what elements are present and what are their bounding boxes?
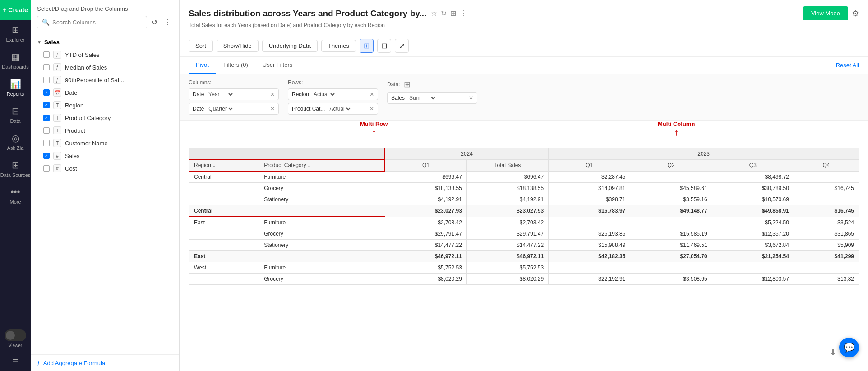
more-options-icon[interactable]: ⋮ [162, 16, 173, 28]
sort-button[interactable]: Sort [189, 40, 213, 52]
multi-column-arrow-icon: ↑ [674, 127, 679, 138]
view-mode-button[interactable]: View Mode [803, 6, 848, 20]
rows-tag-region[interactable]: Region Actual ✕ [288, 88, 378, 100]
list-item[interactable]: T Customer Name [31, 137, 179, 149]
data-cell: $12,803.57 [712, 274, 794, 285]
sidebar-collapse-button[interactable]: ☰ [12, 352, 18, 367]
add-formula-button[interactable]: ƒ Add Aggregate Formula [31, 354, 179, 371]
tab-pivot[interactable]: Pivot [189, 57, 216, 74]
product-cat-select[interactable]: Actual [328, 105, 352, 112]
cost-checkbox[interactable] [43, 165, 50, 172]
data-cell: $3,559.16 [630, 194, 712, 205]
underlying-data-button[interactable]: Underlying Data [262, 40, 318, 52]
ytd-sales-checkbox[interactable] [43, 51, 50, 58]
list-item[interactable]: # Cost [31, 162, 179, 175]
sidebar-item-reports[interactable]: 📊 Reports [0, 74, 31, 101]
data-cell: $2,287.45 [549, 171, 630, 183]
reset-all-button[interactable]: Reset All [836, 62, 859, 69]
product-checkbox[interactable] [43, 127, 50, 134]
data-cell [189, 228, 259, 240]
date-year-select[interactable]: Year Month Quarter [207, 91, 234, 98]
columns-tag-date-quarter-close[interactable]: ✕ [270, 106, 275, 112]
sidebar-item-ask-zia[interactable]: ◎ Ask Zia [0, 128, 31, 155]
group-chevron-icon: ▼ [37, 40, 42, 45]
rows-tag-product-cat[interactable]: Product Cat... Actual ✕ [288, 103, 378, 115]
scroll-down-icon[interactable]: ⬇ [830, 348, 836, 357]
list-item[interactable]: ƒ 90thPercentile of Sal... [31, 74, 179, 86]
create-icon: + [3, 6, 6, 14]
list-item[interactable]: T Product [31, 124, 179, 137]
search-input[interactable] [52, 19, 142, 26]
sidebar-item-more[interactable]: ••• More [0, 182, 31, 209]
furniture-east-cell: Furniture [259, 217, 385, 228]
multi-row-arrow-icon: ↑ [372, 127, 376, 138]
data-cell: $23,027.93 [466, 205, 548, 217]
refresh-icon[interactable]: ↺ [150, 16, 159, 28]
rows-tag-product-cat-close[interactable]: ✕ [369, 106, 374, 112]
list-item[interactable]: ƒ Median of Sales [31, 61, 179, 74]
sidebar-item-data[interactable]: ⊟ Data [0, 101, 31, 128]
viewer-toggle-area[interactable]: Viewer [5, 328, 26, 350]
text-type-icon: T [53, 126, 61, 134]
east-subtotal-cell: East [189, 251, 259, 262]
table-row: West Furniture $5,752.53 $5,752.53 [189, 262, 859, 274]
more-options-icon[interactable]: ⋮ [460, 9, 467, 18]
reload-icon[interactable]: ↻ [441, 9, 447, 18]
tab-filters[interactable]: Filters (0) [216, 57, 255, 74]
sidebar-item-explorer[interactable]: ⊞ Explorer [0, 20, 31, 47]
product-category-col-header: Product Category ↓ [259, 159, 385, 171]
product-category-checkbox[interactable]: ✓ [43, 115, 50, 121]
data-cell: $42,182.35 [549, 251, 630, 262]
region-select[interactable]: Actual [312, 91, 336, 98]
sidebar-item-dashboards[interactable]: ▦ Dashboards [0, 47, 31, 74]
list-item[interactable]: ✓ T Product Category [31, 111, 179, 124]
rows-tag-region-close[interactable]: ✕ [369, 91, 374, 97]
columns-tag-date-quarter[interactable]: Date Quarter Month Year ✕ [189, 103, 279, 115]
data-tag-sales[interactable]: Sales Sum Count Average ✕ [387, 92, 477, 104]
settings-icon[interactable]: ⚙ [852, 9, 859, 19]
median-sales-checkbox[interactable] [43, 64, 50, 70]
text-type-icon: T [53, 101, 61, 109]
themes-button[interactable]: Themes [321, 40, 356, 52]
sales-sum-select[interactable]: Sum Count Average [407, 94, 437, 102]
table-view-button[interactable]: ⊞ [360, 39, 374, 53]
data-cell [189, 274, 259, 285]
star-icon[interactable]: ☆ [431, 9, 437, 18]
data-tag-sales-close[interactable]: ✕ [469, 95, 473, 101]
furniture-west-cell: Furniture [259, 262, 385, 274]
q1-2024-header: Q1 [385, 159, 466, 171]
viewer-toggle[interactable] [5, 329, 26, 341]
columns-tag-date-year[interactable]: Date Year Month Quarter ✕ [189, 88, 279, 100]
chart-view-button[interactable]: ⤢ [395, 39, 409, 53]
data-cell: $14,097.81 [549, 183, 630, 194]
median-sales-label: Median of Sales [65, 64, 107, 71]
sales-checkbox[interactable]: ✓ [43, 153, 50, 159]
data-cell: $18,138.55 [385, 183, 466, 194]
customer-name-checkbox[interactable] [43, 140, 50, 146]
list-item[interactable]: ✓ # Sales [31, 149, 179, 162]
create-label: Create [8, 6, 28, 14]
create-button[interactable]: + Create [0, 0, 31, 20]
date-checkbox[interactable]: ✓ [43, 89, 50, 96]
tab-user-filters[interactable]: User Filters [255, 57, 300, 74]
data-cell: $14,477.22 [466, 240, 548, 251]
region-checkbox[interactable]: ✓ [43, 102, 50, 108]
toolbar: Sort Show/Hide Underlying Data Themes ⊞ … [180, 35, 868, 57]
percentile-sales-checkbox[interactable] [43, 77, 50, 83]
sidebar-item-data-sources[interactable]: ⊞ Data Sources [0, 155, 31, 182]
show-hide-button[interactable]: Show/Hide [217, 40, 259, 52]
list-item[interactable]: ✓ 📅 Date [31, 86, 179, 99]
add-formula-label: Add Aggregate Formula [43, 360, 105, 366]
list-item[interactable]: ƒ YTD of Sales [31, 48, 179, 61]
grid-icon[interactable]: ⊞ [450, 9, 456, 18]
group-sales-header[interactable]: ▼ Sales [31, 36, 179, 48]
annotations-layer: Multi Row ↑ Multi Column ↑ [189, 121, 859, 148]
columns-tag-date-year-close[interactable]: ✕ [270, 91, 275, 97]
chat-bubble-button[interactable]: 💬 [839, 338, 859, 357]
list-item[interactable]: ✓ T Region [31, 99, 179, 111]
table-row: Grocery $18,138.55 $18,138.55 $14,097.81… [189, 183, 859, 194]
data-config-icon[interactable]: ⊞ [404, 79, 411, 89]
grid-view-button[interactable]: ⊟ [377, 39, 391, 53]
grocery-east-cell: Grocery [259, 228, 385, 240]
date-quarter-select[interactable]: Quarter Month Year [207, 105, 234, 112]
